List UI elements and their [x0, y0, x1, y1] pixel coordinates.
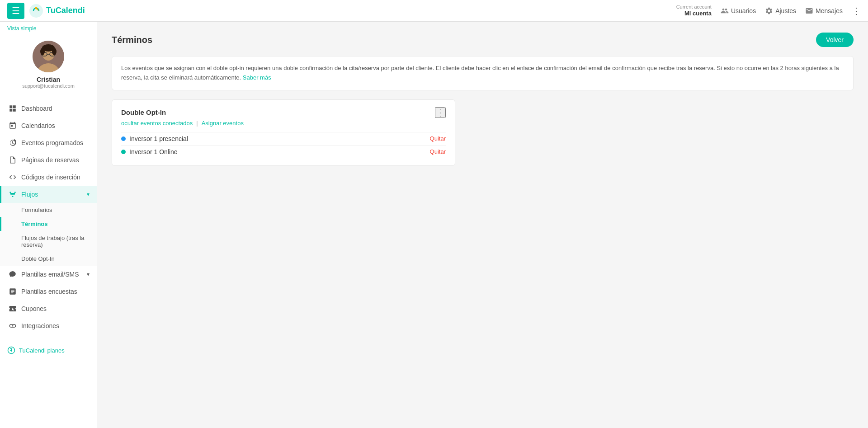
sidebar-subitem-formularios[interactable]: Formularios — [0, 203, 97, 217]
volver-button[interactable]: Volver — [816, 33, 854, 47]
integration-icon — [9, 322, 17, 330]
page-header: Términos Volver — [112, 33, 854, 47]
sidebar-user-email: support@tucalendi.com — [22, 83, 75, 89]
sidebar-item-flujos[interactable]: Flujos ▾ — [0, 186, 97, 203]
sidebar-label-integraciones: Integraciones — [21, 322, 90, 329]
event-name-1: Inversor 1 presencial — [129, 135, 188, 142]
sidebar: Vista simple Cris — [0, 22, 97, 428]
dot-teal-2 — [121, 150, 126, 154]
svg-point-0 — [29, 4, 43, 18]
term-card-header: Double Opt-In ⋮ — [121, 107, 446, 118]
plans-icon — [7, 346, 15, 354]
usuarios-button[interactable]: Usuarios — [721, 7, 756, 15]
topnav: ☰ TuCalendi Current account Mi cuenta Us… — [0, 0, 868, 22]
page-title: Términos — [112, 35, 152, 45]
sidebar-item-eventos[interactable]: Eventos programados — [0, 134, 97, 151]
term-card-menu-button[interactable]: ⋮ — [435, 107, 446, 118]
sidebar-item-paginas[interactable]: Páginas de reservas — [0, 151, 97, 169]
ajustes-button[interactable]: Ajustes — [765, 7, 796, 15]
logo-text: TuCalendi — [46, 6, 85, 15]
term-event-2: Inversor 1 Online Quitar — [121, 145, 446, 158]
logo[interactable]: TuCalendi — [29, 4, 85, 18]
sidebar-label-paginas: Páginas de reservas — [21, 156, 90, 164]
account-name: Mi cuenta — [676, 10, 712, 18]
clock-icon — [9, 139, 17, 147]
ajustes-icon — [765, 7, 773, 15]
sidebar-item-codigos[interactable]: Códigos de inserción — [0, 169, 97, 186]
pipe-separator: | — [196, 120, 198, 127]
sidebar-item-cupones[interactable]: Cupones — [0, 300, 97, 317]
term-card: Double Opt-In ⋮ ocultar eventos conectad… — [112, 99, 455, 166]
vista-simple-link[interactable]: Vista simple — [0, 22, 97, 35]
event-name-2: Inversor 1 Online — [129, 148, 178, 155]
sidebar-label-plantillas-email: Plantillas email/SMS — [21, 271, 82, 278]
logo-icon — [29, 4, 43, 18]
sidebar-item-integraciones[interactable]: Integraciones — [0, 317, 97, 334]
sidebar-subitem-flujos-trabajo[interactable]: Flujos de trabajo (tras la reserva) — [0, 231, 97, 252]
svg-point-10 — [40, 48, 45, 55]
grid-icon — [9, 104, 17, 113]
svg-point-13 — [14, 192, 16, 193]
svg-point-14 — [12, 196, 14, 197]
svg-point-11 — [52, 48, 57, 55]
flujos-submenu: Formularios Términos Flujos de trabajo (… — [0, 203, 97, 266]
sidebar-plans-link[interactable]: TuCalendi planes — [0, 342, 97, 359]
sidebar-label-codigos: Códigos de inserción — [21, 174, 90, 181]
sidebar-subitem-doble-optin[interactable]: Doble Opt-In — [0, 252, 97, 266]
main-content: Términos Volver Los eventos que se asign… — [97, 22, 868, 428]
sidebar-nav: Dashboard Calendarios Eventos programado… — [0, 96, 97, 334]
chevron-down-icon: ▾ — [87, 191, 90, 198]
sidebar-label-dashboard: Dashboard — [21, 105, 90, 112]
code-icon — [9, 173, 17, 181]
email-icon — [9, 270, 17, 278]
dot-blue-1 — [121, 136, 126, 141]
remove-event-1-button[interactable]: Quitar — [430, 135, 446, 142]
svg-point-12 — [9, 192, 11, 193]
more-options-button[interactable]: ⋮ — [852, 5, 861, 16]
sidebar-item-plantillas-encuestas[interactable]: Plantillas encuestas — [0, 283, 97, 300]
sidebar-label-plantillas-encuestas: Plantillas encuestas — [21, 288, 90, 295]
flow-icon — [9, 190, 17, 198]
file-icon — [9, 156, 17, 164]
term-event-left-2: Inversor 1 Online — [121, 148, 178, 155]
sidebar-user-name: Cristian — [37, 76, 60, 83]
sidebar-label-eventos: Eventos programados — [21, 139, 90, 146]
sidebar-item-plantillas-email[interactable]: Plantillas email/SMS ▾ — [0, 266, 97, 283]
usuarios-icon — [721, 7, 729, 15]
sidebar-profile: Cristian support@tucalendi.com — [0, 35, 97, 96]
assign-events-link[interactable]: Asignar eventos — [202, 120, 244, 127]
hide-events-link[interactable]: ocultar eventos conectados — [121, 120, 193, 127]
term-card-title: Double Opt-In — [121, 108, 166, 116]
term-card-links: ocultar eventos conectados | Asignar eve… — [121, 120, 446, 127]
info-text: Los eventos que se asignan con el doble … — [121, 65, 839, 81]
term-event-1: Inversor 1 presencial Quitar — [121, 132, 446, 145]
survey-icon — [9, 287, 17, 296]
info-box: Los eventos que se asignan con el doble … — [112, 56, 854, 90]
chevron-right-icon: ▾ — [87, 271, 90, 277]
saber-mas-link[interactable]: Saber más — [243, 74, 271, 81]
term-event-left-1: Inversor 1 presencial — [121, 135, 188, 142]
account-info: Current account Mi cuenta — [676, 4, 712, 18]
calendar-icon — [9, 122, 17, 130]
mensajes-button[interactable]: Mensajes — [805, 7, 843, 15]
coupon-icon — [9, 305, 17, 313]
sidebar-item-dashboard[interactable]: Dashboard — [0, 100, 97, 117]
mensajes-icon — [805, 7, 813, 15]
sidebar-subitem-terminos[interactable]: Términos — [0, 217, 97, 231]
avatar-image — [33, 41, 64, 72]
plans-label: TuCalendi planes — [19, 347, 65, 354]
hamburger-button[interactable]: ☰ — [7, 3, 24, 19]
sidebar-label-calendarios: Calendarios — [21, 122, 90, 129]
sidebar-item-calendarios[interactable]: Calendarios — [0, 117, 97, 134]
topnav-right: Current account Mi cuenta Usuarios Ajust… — [676, 4, 861, 18]
avatar — [33, 41, 64, 72]
remove-event-2-button[interactable]: Quitar — [430, 148, 446, 155]
sidebar-label-cupones: Cupones — [21, 305, 90, 312]
sidebar-label-flujos: Flujos — [21, 191, 82, 198]
